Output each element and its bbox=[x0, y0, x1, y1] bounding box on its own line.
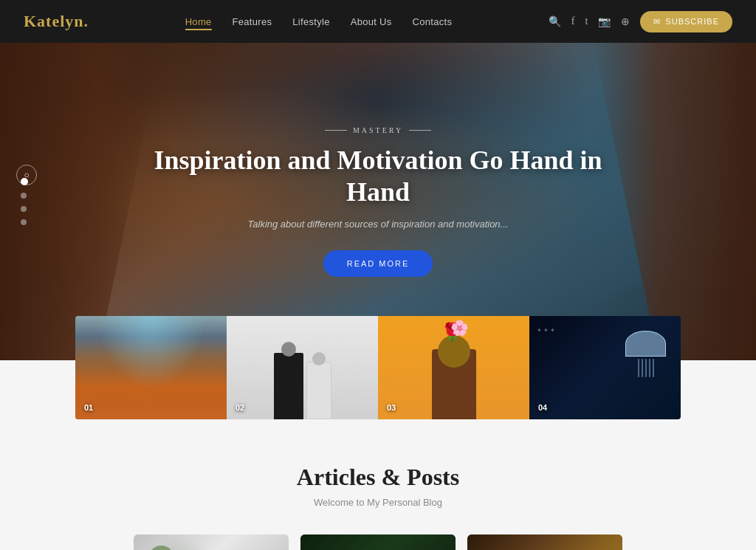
logo-dot: . bbox=[84, 12, 89, 30]
slide-dot-1[interactable] bbox=[21, 178, 28, 185]
articles-subtitle: Welcome to My Personal Blog bbox=[24, 497, 732, 508]
site-logo[interactable]: Katelyn. bbox=[24, 12, 89, 31]
hero-subtitle: Talking about different sources of inspi… bbox=[120, 219, 636, 230]
articles-section: Articles & Posts Welcome to My Personal … bbox=[0, 419, 756, 550]
search-icon[interactable]: 🔍 bbox=[549, 16, 561, 28]
flower-decoration-2: 🌸 bbox=[450, 319, 469, 337]
navbar-right: 🔍 f t 📷 ⊕ SUBSCRIBE bbox=[549, 11, 732, 32]
thumb-num-4: 04 bbox=[538, 403, 547, 412]
main-nav: Home Features Lifestyle About Us Contact… bbox=[185, 15, 453, 28]
slide-indicators bbox=[21, 178, 28, 225]
person-1 bbox=[274, 353, 303, 419]
twitter-icon[interactable]: t bbox=[585, 16, 588, 27]
subscribe-button[interactable]: SUBSCRIBE bbox=[640, 11, 732, 32]
nav-item-features[interactable]: Features bbox=[233, 15, 272, 28]
navbar: Katelyn. Home Features Lifestyle About U… bbox=[0, 0, 756, 43]
slide-dot-2[interactable] bbox=[21, 193, 27, 199]
fern-decoration: 🌿 bbox=[300, 534, 456, 550]
thumbnail-1[interactable]: 01 bbox=[75, 316, 227, 419]
hero-title: Inspiration and Motivation Go Hand in Ha… bbox=[120, 145, 636, 208]
articles-grid: POPULAR POSTS 🌿 ABOUT ME 🏍 RECENT POSTS bbox=[24, 534, 732, 550]
slide-dot-4[interactable] bbox=[21, 219, 27, 225]
jellyfish-image bbox=[625, 331, 666, 382]
thumbnail-2[interactable]: 02 bbox=[227, 316, 378, 419]
road-bg bbox=[467, 534, 622, 550]
hero-section: ○ MASTERY Inspiration and Motivation Go … bbox=[0, 43, 756, 360]
thumb-num-2: 02 bbox=[236, 403, 244, 412]
thumbnail-strip: 01 02 🌹 🌸 03 bbox=[75, 316, 681, 419]
hero-read-more-button[interactable]: READ MORE bbox=[323, 250, 433, 277]
stars: ✦ ✦ ✦ bbox=[537, 327, 555, 334]
thumbnail-4[interactable]: ✦ ✦ ✦ 04 bbox=[529, 316, 681, 419]
canyon-overlay bbox=[75, 316, 227, 419]
person-group bbox=[274, 353, 331, 419]
article-card-recent[interactable]: 🏍 RECENT POSTS bbox=[467, 534, 622, 550]
nav-item-home[interactable]: Home bbox=[185, 15, 212, 28]
logo-text: Katelyn bbox=[24, 12, 84, 30]
article-card-about[interactable]: 🌿 ABOUT ME bbox=[300, 534, 456, 550]
people-image bbox=[227, 316, 378, 419]
nav-item-about[interactable]: About Us bbox=[351, 15, 392, 28]
thumb-num-1: 01 bbox=[84, 403, 93, 412]
nav-item-lifestyle[interactable]: Lifestyle bbox=[292, 15, 329, 28]
facebook-icon[interactable]: f bbox=[571, 16, 575, 27]
instagram-icon[interactable]: 📷 bbox=[598, 16, 611, 28]
dribbble-icon[interactable]: ⊕ bbox=[621, 16, 630, 28]
jellyfish-tentacles bbox=[625, 357, 666, 377]
hero-category-label: MASTERY bbox=[120, 126, 636, 134]
hero-content: MASTERY Inspiration and Motivation Go Ha… bbox=[120, 126, 636, 277]
person-2 bbox=[306, 362, 331, 419]
thumb-num-3: 03 bbox=[387, 403, 396, 412]
slide-dot-3[interactable] bbox=[21, 206, 27, 212]
article-card-popular[interactable]: POPULAR POSTS bbox=[134, 534, 289, 550]
jellyfish-bell bbox=[625, 331, 666, 357]
articles-title: Articles & Posts bbox=[24, 464, 732, 491]
thumbnail-3[interactable]: 🌹 🌸 03 bbox=[378, 316, 529, 419]
nav-item-contacts[interactable]: Contacts bbox=[413, 15, 453, 28]
